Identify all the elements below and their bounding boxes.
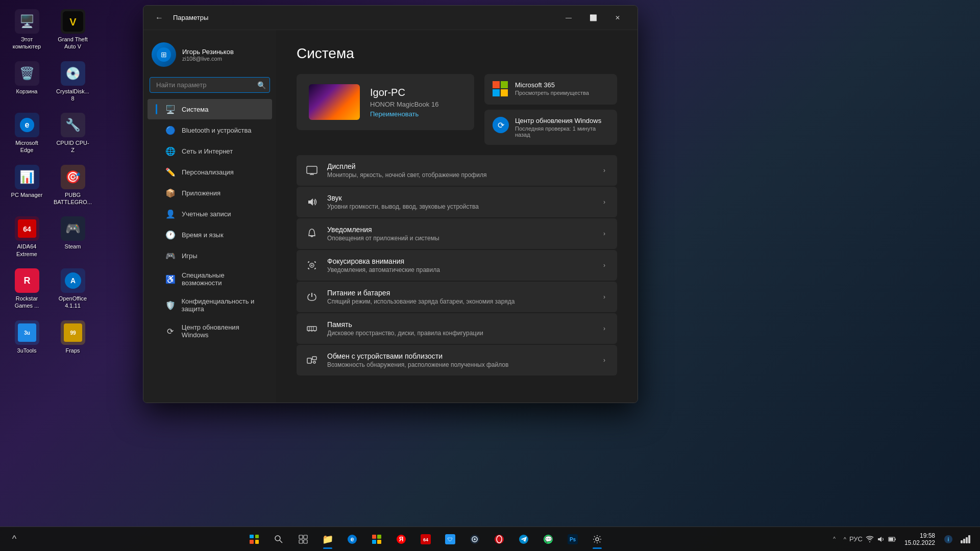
settings-item-sound[interactable]: Звук Уровни громкости, вывод, ввод, звук… xyxy=(297,187,617,217)
nav-item-accessibility[interactable]: ♿ Специальные возможности xyxy=(148,266,272,292)
notification-area[interactable]: i xyxy=(941,528,955,550)
taskbar-store-button[interactable] xyxy=(365,528,388,550)
taskbar-steam-button[interactable] xyxy=(463,528,486,550)
show-hidden-icon[interactable]: ^ xyxy=(4,528,24,550)
taskbar-whatsapp-button[interactable]: 💬 xyxy=(537,528,559,550)
svg-text:A: A xyxy=(70,277,75,285)
bars-indicator[interactable] xyxy=(958,528,974,550)
language-icon[interactable]: РУС xyxy=(849,535,863,543)
openoffice-label: OpenOffice4.1.11 xyxy=(59,295,87,310)
taskbar-explorer-button[interactable]: 📁 xyxy=(316,528,339,550)
show-desktop-button[interactable]: ^ xyxy=(829,528,840,550)
personalization-nav-icon: ✏️ xyxy=(165,167,176,177)
nav-item-personalization[interactable]: ✏️ Персонализация xyxy=(148,162,272,182)
desktop-icon-steam[interactable]: 🎮 Steam xyxy=(53,212,93,262)
nav-item-privacy[interactable]: 🛡️ Конфиденциальность и защита xyxy=(148,292,272,318)
accounts-nav-icon: 👤 xyxy=(165,209,176,219)
settings-item-power[interactable]: Питание и батарея Спящий режим, использо… xyxy=(297,282,617,312)
display-desc: Мониторы, яркость, ночной свет, отображе… xyxy=(327,171,592,179)
desktop-icon-aida64[interactable]: 64 AIDA64Extreme xyxy=(7,212,47,262)
settings-item-notifications[interactable]: Уведомления Оповещения от приложений и с… xyxy=(297,218,617,249)
settings-item-memory[interactable]: Память Дисковое пространство, диски, пра… xyxy=(297,313,617,344)
recycle-icon: 🗑️ xyxy=(15,61,39,86)
gta-icon: V xyxy=(61,9,85,34)
back-button[interactable]: ← xyxy=(152,10,167,26)
desktop-icon-recycle[interactable]: 🗑️ Корзина xyxy=(7,57,47,107)
search-icon[interactable]: 🔍 xyxy=(257,81,266,89)
nearby-title: Обмен с устройствами поблизости xyxy=(327,352,592,360)
close-button[interactable]: ✕ xyxy=(606,10,629,26)
expand-systray-icon[interactable]: ^ xyxy=(844,536,846,542)
taskbar-search-button[interactable] xyxy=(267,528,290,550)
device-rename-link[interactable]: Переименовать xyxy=(370,110,462,118)
taskbar-photoshop-button[interactable]: Ps xyxy=(561,528,584,550)
privacy-nav-icon: 🛡️ xyxy=(165,300,176,310)
desktop-icon-crystaldisk[interactable]: 💿 CrystalDisk...8 xyxy=(53,57,93,107)
desktop-icon-openoffice[interactable]: A OpenOffice4.1.11 xyxy=(53,264,93,314)
settings-item-nearby[interactable]: Обмен с устройствами поблизости Возможно… xyxy=(297,345,617,375)
nav-item-games[interactable]: 🎮 Игры xyxy=(148,245,272,266)
svg-rect-34 xyxy=(307,358,311,363)
top-section: Igor-PC HONOR MagicBook 16 Переименовать xyxy=(297,74,617,145)
nav-item-accounts[interactable]: 👤 Учетные записи xyxy=(148,204,272,224)
systray-area: ^ РУС xyxy=(842,535,898,543)
aida64-label: AIDA64Extreme xyxy=(16,243,37,258)
nav-item-system[interactable]: 🖥️ Система xyxy=(148,99,272,119)
display-icon xyxy=(297,155,327,186)
svg-point-36 xyxy=(313,361,315,363)
taskbar-settings-button[interactable] xyxy=(586,528,608,550)
taskbar-systray: ^ ^ РУС 19:58 15.02.2022 i xyxy=(823,528,980,550)
memory-arrow: › xyxy=(592,325,617,332)
settings-item-focus[interactable]: Фокусировка внимания Уведомления, автома… xyxy=(297,250,617,281)
desktop-icon-gta[interactable]: V Grand TheftAuto V xyxy=(53,5,93,55)
desktop-icon-this-pc[interactable]: 🖥️ Этот компьютер xyxy=(7,5,47,55)
taskbar-aida64-button[interactable]: 64 xyxy=(414,528,437,550)
nav-item-apps[interactable]: 📦 Приложения xyxy=(148,183,272,203)
crystaldisk-label: CrystalDisk...8 xyxy=(56,88,89,103)
nav-item-windows-update[interactable]: ⟳ Центр обновления Windows xyxy=(148,318,272,344)
window-body: ⊞ Игорь Резиньков zi108@live.com 🔍 🖥️ xyxy=(143,30,638,403)
taskbar-telegram-button[interactable] xyxy=(512,528,535,550)
sound-icon xyxy=(297,187,327,217)
search-input[interactable] xyxy=(150,77,270,93)
clock-date: 15.02.2022 xyxy=(904,539,935,546)
nav-item-time[interactable]: 🕐 Время и язык xyxy=(148,224,272,245)
ms365-card[interactable]: Microsoft 365 Просмотреть преимущества xyxy=(484,74,617,105)
desktop-icon-edge[interactable]: e MicrosoftEdge xyxy=(7,109,47,158)
minimize-button[interactable]: — xyxy=(557,10,580,26)
win-grid-1 xyxy=(250,535,254,539)
taskview-button[interactable] xyxy=(292,528,314,550)
svg-text:🛡: 🛡 xyxy=(448,537,453,542)
taskbar-vpn-button[interactable]: 🛡 xyxy=(439,528,461,550)
desktop-icon-rockstar[interactable]: R RockstarGames ... xyxy=(7,264,47,314)
nav-item-bluetooth[interactable]: 🔵 Bluetooth и устройства xyxy=(148,120,272,140)
taskbar-opera-button[interactable] xyxy=(488,528,510,550)
svg-rect-70 xyxy=(889,538,893,541)
start-button[interactable] xyxy=(243,528,265,550)
svg-text:i: i xyxy=(948,537,949,542)
desktop-icon-3utools[interactable]: 3u 3uTools xyxy=(7,316,47,358)
steam-icon: 🎮 xyxy=(61,216,85,241)
nearby-icon xyxy=(297,345,327,375)
svg-rect-18 xyxy=(493,89,500,96)
power-icon xyxy=(297,282,327,312)
svg-rect-20 xyxy=(307,166,317,173)
desktop-icon-pcmanager[interactable]: 📊 PC Manager xyxy=(7,161,47,210)
system-nav-icon: 🖥️ xyxy=(165,104,176,114)
desktop-icon-fraps[interactable]: 99 Fraps xyxy=(53,316,93,358)
nav-label-personalization: Персонализация xyxy=(182,168,234,176)
svg-text:V: V xyxy=(69,16,77,28)
volume-icon xyxy=(877,535,885,543)
svg-rect-19 xyxy=(501,89,508,96)
desktop-icon-pubg[interactable]: 🎯 PUBGBATTLEGRO... xyxy=(53,161,93,210)
settings-item-display[interactable]: Дисплей Мониторы, яркость, ночной свет, … xyxy=(297,155,617,186)
maximize-button[interactable]: ⬜ xyxy=(581,10,605,26)
taskbar-yandex-button[interactable]: Я xyxy=(390,528,412,550)
desktop-icon-cpuid[interactable]: 🔧 CPUID CPU-Z xyxy=(53,109,93,158)
taskbar-edge-button[interactable]: e xyxy=(341,528,363,550)
nav-item-network[interactable]: 🌐 Сеть и Интернет xyxy=(148,141,272,161)
windows-update-card[interactable]: ⟳ Центр обновления Windows Последняя про… xyxy=(484,110,617,145)
svg-text:64: 64 xyxy=(423,537,428,542)
focus-arrow: › xyxy=(592,262,617,269)
clock[interactable]: 19:58 15.02.2022 xyxy=(900,530,939,548)
